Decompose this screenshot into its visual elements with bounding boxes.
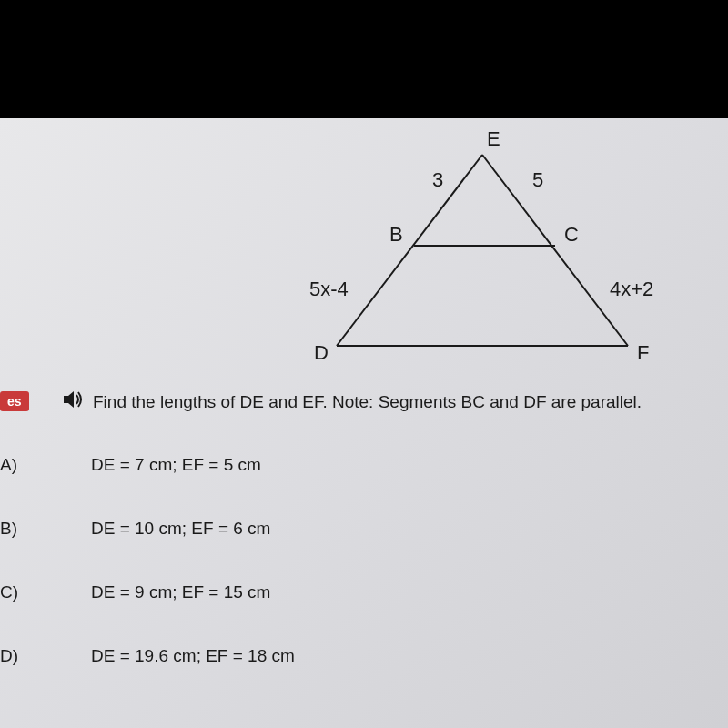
vertex-E: E — [487, 127, 500, 151]
option-text-b: DE = 10 cm; EF = 6 cm — [91, 519, 270, 539]
label-segment-EC: 5 — [532, 168, 543, 192]
svg-marker-4 — [64, 391, 74, 408]
option-c[interactable]: C) DE = 9 cm; EF = 15 cm — [0, 582, 728, 602]
option-letter-a: A) — [0, 455, 91, 475]
option-letter-b: B) — [0, 519, 91, 539]
question-text: Find the lengths of DE and EF. Note: Seg… — [93, 392, 642, 412]
option-b[interactable]: B) DE = 10 cm; EF = 6 cm — [0, 519, 728, 539]
svg-line-1 — [482, 155, 628, 346]
svg-line-0 — [337, 155, 482, 346]
triangle-diagram: E 3 5 B C 5x-4 4x+2 D F — [255, 127, 655, 364]
triangle-svg — [255, 127, 655, 364]
label-segment-EB: 3 — [432, 168, 443, 192]
option-text-d: DE = 19.6 cm; EF = 18 cm — [91, 646, 295, 666]
vertex-C: C — [564, 223, 579, 247]
option-a[interactable]: A) DE = 7 cm; EF = 5 cm — [0, 455, 728, 475]
speaker-icon[interactable] — [64, 391, 84, 412]
label-segment-CF: 4x+2 — [610, 278, 653, 301]
vertex-F: F — [637, 341, 649, 365]
option-d[interactable]: D) DE = 19.6 cm; EF = 18 cm — [0, 646, 728, 666]
es-badge[interactable]: es — [0, 391, 29, 411]
label-segment-BD: 5x-4 — [309, 278, 349, 301]
content-area: E 3 5 B C 5x-4 4x+2 D F es Find the leng… — [0, 118, 728, 728]
answer-options: A) DE = 7 cm; EF = 5 cm B) DE = 10 cm; E… — [0, 455, 728, 710]
vertex-B: B — [389, 223, 403, 247]
option-text-c: DE = 9 cm; EF = 15 cm — [91, 582, 270, 602]
question-row: Find the lengths of DE and EF. Note: Seg… — [64, 391, 642, 412]
vertex-D: D — [314, 341, 329, 365]
option-text-a: DE = 7 cm; EF = 5 cm — [91, 455, 261, 475]
black-top-bar — [0, 0, 728, 118]
option-letter-c: C) — [0, 582, 91, 602]
option-letter-d: D) — [0, 646, 91, 666]
